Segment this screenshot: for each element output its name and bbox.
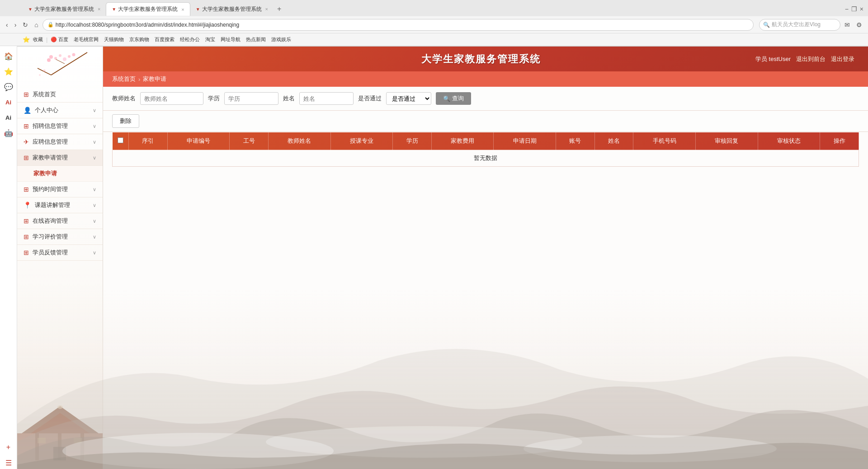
back-button[interactable]: ‹ [4, 20, 10, 29]
svg-rect-15 [35, 433, 39, 460]
content-area: 大学生家教服务管理系统 学员 testUser 退出到前台 退出登录 系统首页 … [103, 47, 868, 469]
sidebar-item-feedback[interactable]: ⊞ 学员反馈管理 ∨ [17, 245, 103, 261]
education-input[interactable] [224, 92, 278, 105]
tab-bar: ▼ 大学生家教服务管理系统 × ▼ 大学生家教服务管理系统 × ▼ 大学生家教服… [0, 0, 868, 16]
svg-point-8 [68, 55, 71, 58]
svg-point-3 [49, 55, 53, 59]
bookmark-taobao[interactable]: 淘宝 [203, 35, 217, 44]
address-text: http://localhost:8080/springbootm3ord/ad… [56, 22, 239, 28]
tab-1[interactable]: ▼ 大学生家教服务管理系统 × [23, 2, 106, 16]
svg-point-11 [39, 74, 41, 76]
minimize-button[interactable]: − [845, 5, 849, 13]
email-icon[interactable]: ✉ [842, 20, 852, 29]
forward-button[interactable]: › [12, 20, 19, 29]
search-button[interactable]: 🔍 查询 [436, 92, 471, 105]
tab-close-2[interactable]: × [181, 7, 184, 12]
reload-button[interactable]: ↻ [20, 20, 30, 29]
bookmark-baidusearch[interactable]: 百度搜索 [152, 35, 177, 44]
col-phone: 手机号码 [633, 132, 696, 150]
bookmark-baidu[interactable]: 🔴 百度 [48, 35, 71, 44]
bookmark-star-icon: ⭐ [23, 36, 30, 43]
home-icon: ⊞ [24, 91, 29, 98]
tab-close-3[interactable]: × [265, 6, 268, 12]
col-seq: 序引 [129, 132, 168, 150]
col-teacher-name: 教师姓名 [269, 132, 331, 150]
sidebar-item-course[interactable]: 📍 课题讲解管理 ∨ [17, 197, 103, 213]
bookmark-jingban[interactable]: 经松办公 [178, 35, 202, 44]
sidebar-item-recruitment-label: 招聘信息管理 [33, 122, 68, 130]
personal-icon: 👤 [24, 107, 31, 114]
secure-icon: 🔒 [47, 22, 54, 28]
sidebar-item-tutoring[interactable]: ⊞ 家教申请管理 ∨ [17, 150, 103, 166]
chevron-feedback: ∨ [93, 250, 96, 256]
new-tab-button[interactable]: + [274, 5, 285, 13]
search-placeholder: 航天员大空出差Vlog [772, 21, 821, 28]
close-window-button[interactable]: × [860, 5, 863, 13]
browser-search-bar[interactable]: 🔍 航天员大空出差Vlog [759, 19, 840, 31]
sidebar-item-application[interactable]: ✈ 应聘信息管理 ∨ [17, 134, 103, 150]
bookmark-games[interactable]: 游戏娱乐 [269, 35, 293, 44]
col-operation: 操作 [820, 132, 859, 150]
bookmark-lmt[interactable]: 老毛桃官网 [71, 35, 101, 44]
tab-3[interactable]: ▼ 大学生家教服务管理系统 × [190, 2, 274, 16]
top-header: 大学生家教服务管理系统 学员 testUser 退出到前台 退出登录 [103, 47, 868, 71]
bookmark-nav[interactable]: 网址导航 [218, 35, 243, 44]
left-icon-add[interactable]: + [2, 441, 15, 454]
pass-label: 是否通过 [358, 94, 382, 103]
recruitment-icon: ⊞ [24, 122, 29, 130]
left-icon-strip: 🏠 ⭐ 💬 Ai Ai 🤖 + ☰ [0, 46, 17, 469]
logout-link[interactable]: 退出登录 [831, 55, 854, 63]
surname-label: 姓名 [283, 94, 295, 103]
restore-button[interactable]: ❐ [851, 5, 857, 13]
sidebar-item-home[interactable]: ⊞ 系统首页 [17, 87, 103, 103]
svg-rect-17 [80, 433, 84, 460]
delete-button[interactable]: 删除 [112, 114, 139, 128]
tab-2[interactable]: ▼ 大学生家教服务管理系统 × [106, 2, 190, 16]
breadcrumb-home[interactable]: 系统首页 [112, 75, 136, 83]
sidebar-item-recruitment[interactable]: ⊞ 招聘信息管理 ∨ [17, 118, 103, 134]
address-bar[interactable]: 🔒 http://localhost:8080/springbootm3ord/… [42, 19, 754, 31]
col-education: 学历 [393, 132, 432, 150]
bookmark-news[interactable]: 热点新闻 [244, 35, 268, 44]
svg-point-10 [43, 70, 45, 72]
left-icon-ai1[interactable]: Ai [2, 96, 15, 108]
breadcrumb-separator: › [138, 76, 140, 83]
sidebar-item-personal[interactable]: 👤 个人中心 ∨ [17, 103, 103, 118]
breadcrumb-current: 家教申请 [143, 75, 166, 83]
table-body: 暂无数据 [113, 150, 859, 167]
teacher-name-input[interactable] [140, 92, 203, 105]
sidebar-item-consult-label: 在线咨询管理 [33, 217, 68, 225]
left-icon-home[interactable]: 🏠 [2, 50, 15, 62]
left-icon-menu[interactable]: ☰ [2, 456, 15, 469]
left-icon-chat[interactable]: 💬 [2, 80, 15, 93]
education-label: 学历 [208, 94, 220, 103]
feedback-icon: ⊞ [24, 249, 29, 256]
sidebar-item-consult[interactable]: ⊞ 在线咨询管理 ∨ [17, 213, 103, 229]
left-icon-star[interactable]: ⭐ [2, 65, 15, 78]
sidebar-bottom-decoration [17, 397, 103, 469]
booking-icon: ⊞ [24, 186, 29, 193]
sidebar-item-evaluation[interactable]: ⊞ 学习评价管理 ∨ [17, 229, 103, 245]
back-to-front-link[interactable]: 退出到前台 [796, 55, 826, 63]
surname-input[interactable] [299, 92, 354, 105]
home-button[interactable]: ⌂ [32, 20, 40, 29]
chevron-recruitment: ∨ [93, 123, 96, 129]
tab-favicon-3: ▼ [196, 7, 200, 12]
sidebar-item-personal-label: 个人中心 [35, 106, 58, 114]
sidebar-item-booking[interactable]: ⊞ 预约时间管理 ∨ [17, 182, 103, 197]
bookmark-tmall[interactable]: 天猫购物 [102, 35, 126, 44]
left-icon-robot[interactable]: 🤖 [2, 127, 15, 139]
checkbox-header[interactable] [113, 132, 129, 150]
select-all-checkbox[interactable] [118, 137, 123, 143]
left-icon-ai2[interactable]: Ai [2, 111, 15, 124]
sidebar-subitem-jiajiao-shenqing[interactable]: 家教申请 [17, 166, 103, 182]
col-account: 账号 [556, 132, 595, 150]
search-button-label: 查询 [452, 94, 464, 103]
pass-select[interactable]: 是否通过 是 否 [386, 92, 431, 105]
tab-close-1[interactable]: × [98, 6, 100, 12]
bookmark-favorites[interactable]: 收藏 [31, 35, 45, 44]
svg-rect-20 [74, 438, 82, 443]
bookmark-jd[interactable]: 京东购物 [127, 35, 151, 44]
application-icon: ✈ [24, 138, 29, 145]
settings-icon[interactable]: ⚙ [854, 20, 864, 29]
